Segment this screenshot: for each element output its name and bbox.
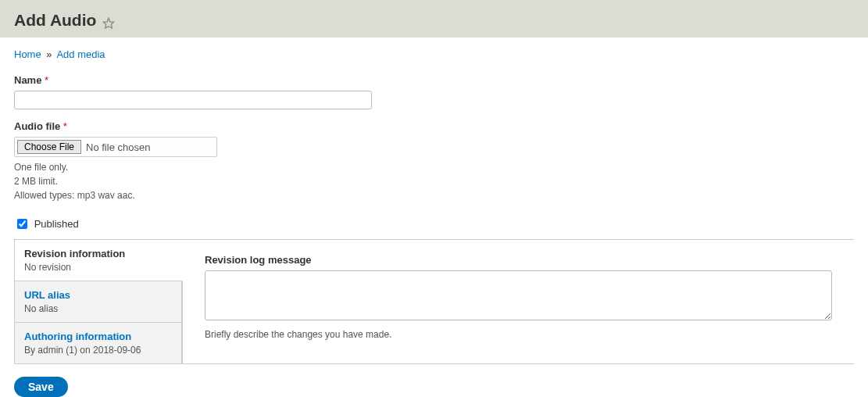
audio-label: Audio file * — [14, 120, 854, 132]
desc-line: 2 MB limit. — [14, 174, 854, 188]
tab-summary: No alias — [24, 303, 172, 314]
title-bar: Add Audio — [0, 0, 868, 38]
file-description: One file only. 2 MB limit. Allowed types… — [14, 160, 854, 202]
tab-authoring-information[interactable]: Authoring information By admin (1) on 20… — [14, 323, 182, 364]
desc-line: Allowed types: mp3 wav aac. — [14, 188, 854, 202]
published-wrapper: Published — [14, 216, 854, 231]
tab-revision-information[interactable]: Revision information No revision — [14, 240, 183, 281]
save-button[interactable]: Save — [14, 377, 68, 397]
desc-line: One file only. — [14, 160, 854, 174]
tab-summary: No revision — [24, 262, 173, 273]
breadcrumb: Home » Add media — [14, 48, 854, 60]
name-field-wrapper: Name * — [14, 74, 854, 109]
file-status-text: No file chosen — [86, 141, 150, 153]
name-input[interactable] — [14, 91, 372, 109]
revision-log-help: Briefly describe the changes you have ma… — [205, 327, 832, 342]
required-marker: * — [63, 120, 67, 132]
form-actions: Save — [14, 377, 854, 397]
tab-title: Revision information — [24, 248, 173, 259]
file-input-wrap[interactable]: Choose File No file chosen — [14, 137, 217, 157]
name-label: Name * — [14, 74, 854, 86]
choose-file-button[interactable]: Choose File — [17, 140, 81, 154]
star-icon[interactable] — [102, 17, 115, 30]
tab-title: URL alias — [24, 289, 172, 301]
published-checkbox[interactable] — [17, 219, 27, 229]
published-label: Published — [34, 218, 79, 230]
breadcrumb-home[interactable]: Home — [14, 48, 41, 60]
page-title: Add Audio — [14, 11, 96, 30]
vertical-tabs: Revision information No revision URL ali… — [14, 239, 854, 364]
tab-pane-revision: Revision log message Briefly describe th… — [183, 240, 854, 364]
breadcrumb-separator: » — [46, 48, 52, 60]
vertical-tabs-list: Revision information No revision URL ali… — [14, 240, 183, 364]
breadcrumb-add-media[interactable]: Add media — [56, 48, 105, 60]
revision-log-label: Revision log message — [205, 254, 832, 266]
tab-summary: By admin (1) on 2018-09-06 — [24, 345, 172, 356]
svg-marker-0 — [103, 18, 113, 28]
tab-url-alias[interactable]: URL alias No alias — [14, 281, 182, 323]
content-region: Home » Add media Name * Audio file * Cho… — [0, 38, 868, 397]
tab-title: Authoring information — [24, 331, 172, 342]
audio-field-wrapper: Audio file * Choose File No file chosen … — [14, 120, 854, 202]
required-marker: * — [45, 74, 48, 86]
revision-log-textarea[interactable] — [205, 270, 832, 320]
